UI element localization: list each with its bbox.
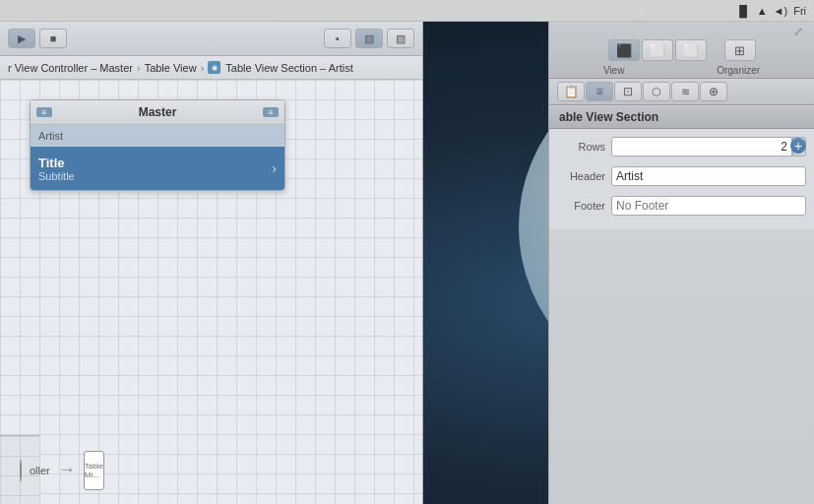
view-btn-3[interactable]: ⬜	[675, 39, 707, 61]
breadcrumb-icon: ◉	[208, 61, 220, 74]
menubar: ▐▌ ▲ ◄) Fri	[0, 0, 814, 22]
view-organizer-labels: View Organizer	[557, 65, 806, 78]
resize-handle[interactable]: ⤢	[790, 26, 806, 37]
table-view-mock: ≡ Master ≡ Artist Title Subtitle ›	[30, 99, 285, 191]
rows-label: Rows	[557, 141, 611, 153]
organizer-btn[interactable]: ⊞	[724, 39, 756, 61]
table-section-header: Artist	[31, 125, 284, 147]
tab-size[interactable]: ⊡	[614, 82, 642, 101]
table-row-title: Title	[38, 156, 75, 170]
organizer-label: Organizer	[717, 65, 760, 76]
inspector-section-title: able View Section	[549, 105, 814, 129]
table-row-chevron: ›	[272, 160, 277, 176]
storyboard-bottom: oller → Table Mi...	[0, 435, 39, 504]
footer-form-row: Footer	[557, 194, 806, 218]
view-button-group: ⬛ ⬜ ⬜	[608, 39, 707, 61]
breadcrumb-part-1[interactable]: r View Controller – Master	[8, 62, 133, 74]
inspector-panel: ⤢ ⬛ ⬜ ⬜ ⊞ View Organizer + 📋 ≡ ⊡ ⬡ ≋ ⊕	[548, 22, 814, 504]
table-row-selected[interactable]: Title Subtitle ›	[31, 147, 284, 190]
rows-input-container: ▲ ▼	[611, 137, 806, 157]
tab-library[interactable]: ⊕	[700, 82, 727, 101]
header-input[interactable]	[611, 166, 806, 186]
view-btn-2[interactable]: ⬜	[642, 39, 673, 61]
breadcrumb-sep-1: ›	[137, 62, 141, 74]
tab-connections[interactable]: ⬡	[643, 82, 670, 101]
inspector-header: ⤢ ⬛ ⬜ ⬜ ⊞ View Organizer	[549, 22, 814, 79]
menubar-right: ▐▌ ▲ ◄) Fri	[735, 5, 806, 17]
view-label: View	[603, 65, 625, 76]
breadcrumb-sep-2: ›	[201, 62, 205, 74]
header-form-row: Header	[557, 164, 806, 188]
table-header-badge-right: ≡	[263, 107, 279, 117]
view-toggle-1[interactable]: ▪	[324, 29, 351, 48]
view-organizer-buttons: ⬛ ⬜ ⬜ ⊞	[557, 39, 806, 61]
add-button[interactable]: +	[790, 138, 806, 154]
rows-input[interactable]	[611, 137, 792, 157]
table-row-subtitle: Subtitle	[38, 170, 75, 182]
table-vc-icon: Table Mi...	[84, 451, 104, 490]
rows-form-row: Rows ▲ ▼	[557, 135, 806, 158]
footer-label: Footer	[557, 200, 611, 212]
battery-icon: ▐▌	[735, 5, 751, 17]
footer-input[interactable]	[611, 196, 806, 216]
xcode-window: ▶ ■ ▪ ▧ ▨ r View Controller – Master › T…	[0, 22, 423, 504]
canvas-area: ≡ Master ≡ Artist Title Subtitle › oller…	[0, 80, 422, 504]
inspector-form: Rows ▲ ▼ Header Footer	[549, 129, 814, 229]
header-label: Header	[557, 170, 611, 182]
breadcrumb-part-3[interactable]: Table View Section – Artist	[225, 62, 352, 74]
view-toggle-2[interactable]: ▧	[355, 29, 383, 48]
stop-button[interactable]: ■	[39, 29, 67, 48]
clock-label: Fri	[793, 5, 806, 17]
storyboard-connector: →	[58, 460, 76, 480]
inspector-tabs-row: 📋 ≡ ⊡ ⬡ ≋ ⊕	[549, 79, 814, 105]
run-button[interactable]: ▶	[8, 29, 35, 48]
table-header-bar: ≡ Master ≡	[31, 100, 284, 125]
wifi-icon: ▲	[757, 5, 768, 17]
table-row-content: Title Subtitle	[38, 156, 75, 182]
table-title: Master	[139, 105, 177, 119]
volume-icon: ◄)	[774, 5, 788, 17]
table-header-badge-left: ≡	[36, 107, 52, 117]
view-toggle-3[interactable]: ▨	[387, 29, 414, 48]
breadcrumb: r View Controller – Master › Table View …	[0, 56, 422, 80]
breadcrumb-part-2[interactable]: Table View	[145, 62, 197, 74]
xcode-toolbar: ▶ ■ ▪ ▧ ▨	[0, 22, 422, 56]
spacer	[711, 39, 720, 61]
tab-bindings[interactable]: ≋	[671, 82, 699, 101]
tab-attributes[interactable]: ≡	[586, 82, 613, 101]
tab-file[interactable]: 📋	[557, 82, 585, 101]
view-btn-1[interactable]: ⬛	[608, 39, 640, 61]
inspector-top-controls: ⤢	[557, 26, 806, 37]
vc-label: oller	[30, 465, 50, 476]
nav-controller-icon	[20, 459, 22, 482]
